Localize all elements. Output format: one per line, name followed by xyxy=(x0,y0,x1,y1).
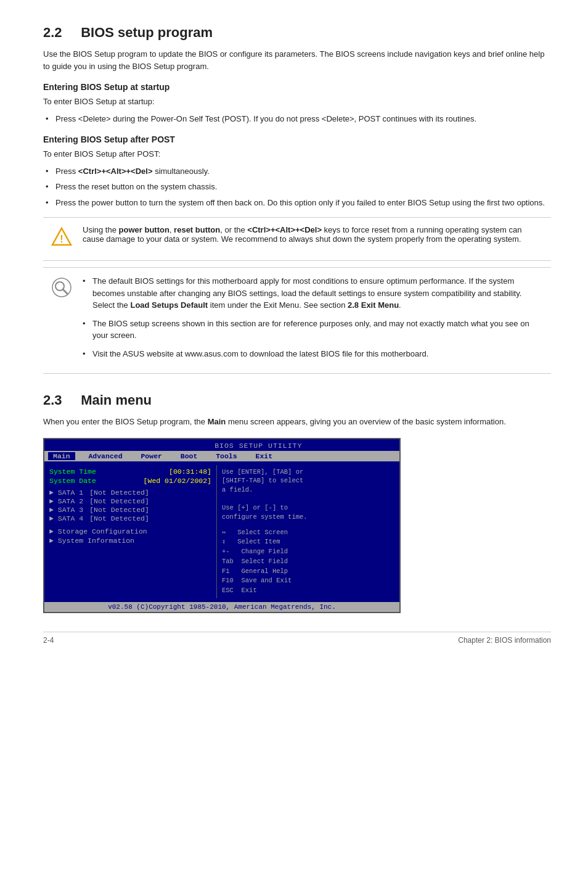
bios-menu-boot[interactable]: Boot xyxy=(167,452,202,460)
page-footer: 2-4 Chapter 2: BIOS information xyxy=(43,632,551,645)
bullet-item-3: Press the power button to turn the syste… xyxy=(43,197,551,209)
section-23-number: 2.3 xyxy=(43,392,62,408)
subsection2-bullets: Press <Ctrl>+<Alt>+<Del> simultaneously.… xyxy=(43,165,551,209)
note-content: The default BIOS settings for this mothe… xyxy=(83,275,545,366)
bios-menu-tools[interactable]: Tools xyxy=(202,452,242,460)
bios-sata2: ► SATA 2 [Not Detected] xyxy=(49,497,211,505)
bios-screen: BIOS SETUP UTILITY Main Advanced Power B… xyxy=(43,438,401,613)
section-23-intro: When you enter the BIOS Setup program, t… xyxy=(43,416,551,428)
note-item-1: The default BIOS settings for this mothe… xyxy=(83,275,545,311)
bullet-item: Press <Delete> during the Power-On Self … xyxy=(43,113,551,125)
svg-text:!: ! xyxy=(60,234,63,244)
warning-text: Using the power button, reset button, or… xyxy=(83,225,545,244)
section-23-title: 2.3 Main menu xyxy=(43,392,551,408)
section-23: 2.3 Main menu When you enter the BIOS Se… xyxy=(43,392,551,613)
bios-nav-keys: ⇔ Select Screen ⇕ Select Item +- Change … xyxy=(222,528,394,596)
bios-menu-bar: Main Advanced Power Boot Tools Exit xyxy=(44,451,399,461)
bullet-item-1: Press <Ctrl>+<Alt>+<Del> simultaneously. xyxy=(43,165,551,178)
bullet-item-2: Press the reset button on the system cha… xyxy=(43,181,551,193)
bios-help-text: Use [ENTER], [TAB] or [SHIFT-TAB] to sel… xyxy=(222,468,394,522)
svg-line-5 xyxy=(58,284,59,284)
note-icon xyxy=(49,276,74,300)
bios-system-time: System Time [00:31:48] xyxy=(49,468,211,476)
bios-menu-main[interactable]: Main xyxy=(48,452,75,460)
bios-sata3: ► SATA 3 [Not Detected] xyxy=(49,506,211,514)
bios-left-panel: System Time [00:31:48] System Date [Wed … xyxy=(44,465,217,598)
subsection2-intro: To enter BIOS Setup after POST: xyxy=(43,148,551,160)
bios-menu-exit[interactable]: Exit xyxy=(242,452,277,460)
warning-box: ! Using the power button, reset button, … xyxy=(43,217,551,261)
footer-right: Chapter 2: BIOS information xyxy=(458,636,551,645)
bios-footer: v02.58 (C)Copyright 1985-2010, American … xyxy=(44,602,399,612)
footer-left: 2-4 xyxy=(43,636,54,645)
note-item-3: Visit the ASUS website at www.asus.com t… xyxy=(83,348,545,360)
bios-menu-advanced[interactable]: Advanced xyxy=(75,452,128,460)
bios-right-panel: Use [ENTER], [TAB] or [SHIFT-TAB] to sel… xyxy=(217,465,399,598)
subsection1-intro: To enter BIOS Setup at startup: xyxy=(43,96,551,108)
subsection2-heading: Entering BIOS Setup after POST xyxy=(43,134,551,144)
section-22-number: 2.2 xyxy=(43,25,62,40)
bios-sata1: ► SATA 1 [Not Detected] xyxy=(49,489,211,497)
bios-sata4: ► SATA 4 [Not Detected] xyxy=(49,514,211,522)
subsection1-bullets: Press <Delete> during the Power-On Self … xyxy=(43,113,551,125)
note-box: The default BIOS settings for this mothe… xyxy=(43,267,551,374)
bios-storage-items: ► Storage Configuration ► System Informa… xyxy=(49,527,211,545)
subsection1-heading: Entering BIOS Setup at startup xyxy=(43,82,551,92)
warning-icon: ! xyxy=(49,226,74,253)
section-22: 2.2 BIOS setup program Use the BIOS Setu… xyxy=(43,25,551,374)
bios-menu-power[interactable]: Power xyxy=(128,452,167,460)
svg-line-4 xyxy=(63,289,67,294)
section-22-title: 2.2 BIOS setup program xyxy=(43,25,551,41)
bios-title: BIOS SETUP UTILITY xyxy=(44,439,399,451)
bios-body: System Time [00:31:48] System Date [Wed … xyxy=(44,461,399,602)
section-22-intro: Use the BIOS Setup program to update the… xyxy=(43,48,551,72)
bios-system-date: System Date [Wed 01/02/2002] xyxy=(49,477,211,485)
note-item-2: The BIOS setup screens shown in this sec… xyxy=(83,318,545,342)
